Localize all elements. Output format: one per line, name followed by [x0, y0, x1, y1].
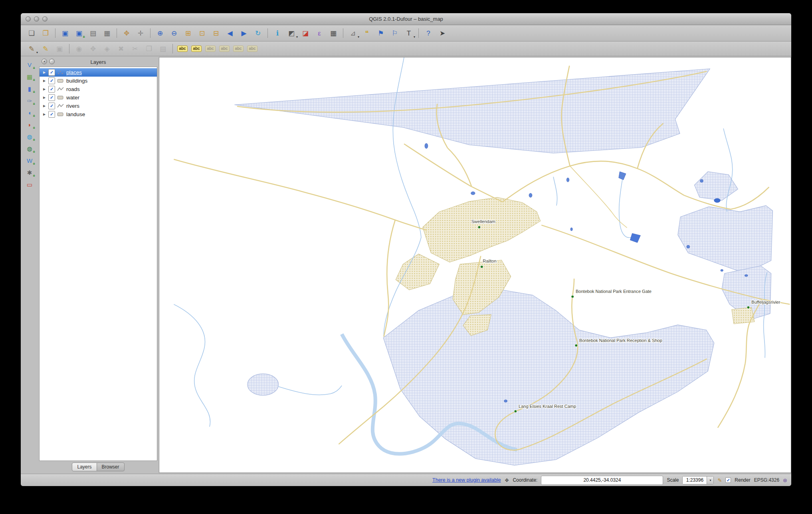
layer-item-landuse[interactable]: ▶✓landuse [40, 110, 157, 119]
node-tool-button[interactable]: ◈ [100, 43, 114, 55]
layer-checkbox[interactable]: ✓ [48, 94, 55, 101]
save-project-as-button[interactable]: ▣+ [72, 27, 86, 39]
current-edits-button[interactable]: ✎▾ [25, 43, 38, 55]
scale-input[interactable] [683, 476, 707, 484]
layer-checkbox[interactable]: ✓ [48, 69, 55, 76]
save-project-button[interactable]: ▣ [58, 27, 72, 39]
zoom-to-selection-button[interactable]: ⊡ [195, 27, 209, 39]
move-feature-button[interactable]: ✥ [86, 43, 100, 55]
text-annotation-button[interactable]: T▾ [402, 27, 416, 39]
toggle-editing-button[interactable]: ✎ [39, 43, 52, 55]
dropdown-caret-icon[interactable]: ▾ [296, 35, 298, 39]
attribute-table-button[interactable]: ▦ [327, 27, 340, 39]
add-wms-layer-button[interactable]: ◍+ [23, 131, 36, 142]
show-bookmarks-button[interactable]: ⚐ [388, 27, 402, 39]
map-tips-button[interactable]: ❝ [360, 27, 374, 39]
minimize-window-button[interactable] [34, 16, 39, 22]
delete-selected-button[interactable]: ✖ [114, 43, 128, 55]
layer-checkbox[interactable]: ✓ [48, 103, 55, 109]
delete-selected-icon: ✖ [118, 45, 124, 52]
composer-manager-button[interactable]: ▦ [100, 27, 114, 39]
add-oracle-layer-button[interactable]: ◗+ [23, 119, 36, 130]
expand-caret-icon[interactable]: ▶ [42, 96, 46, 99]
panel-tab-layers[interactable]: Layers [72, 463, 97, 471]
add-wcs-layer-button[interactable]: ◍+ [23, 143, 36, 154]
crs-status-icon[interactable]: ⊛ [783, 477, 787, 483]
label-show-hide-button[interactable]: abc [204, 43, 217, 55]
layer-item-roads[interactable]: ▶✓roads [40, 85, 157, 93]
label-pin-button[interactable]: abc [190, 43, 203, 55]
close-window-button[interactable] [26, 16, 31, 22]
label-move-button[interactable]: abc [218, 43, 231, 55]
touch-zoom-button[interactable]: ✛ [134, 27, 147, 39]
field-calculator-button[interactable]: ε [313, 27, 326, 39]
add-mssql-layer-button[interactable]: ◖+ [23, 107, 36, 118]
dropdown-caret-icon[interactable]: ▾ [414, 35, 415, 39]
scale-combo-caret-icon[interactable]: ▾ [707, 476, 713, 484]
add-wfs-layer-button[interactable]: W+ [23, 155, 36, 166]
expand-caret-icon[interactable]: ▶ [42, 79, 46, 83]
plugin-available-link[interactable]: There is a new plugin available [432, 477, 501, 483]
close-panel-button[interactable]: ✕ [42, 59, 47, 64]
layer-item-buildings[interactable]: ▶✓buildings [40, 77, 157, 85]
help-button[interactable]: ? [422, 27, 435, 39]
coordinate-input[interactable] [541, 476, 663, 485]
select-features-button[interactable]: ◩▾ [285, 27, 298, 39]
copy-features-button[interactable]: ❐ [142, 43, 156, 55]
pan-map-button[interactable]: ✥ [120, 27, 133, 39]
add-raster-layer-button[interactable]: ▦+ [23, 71, 36, 82]
new-project-button[interactable]: ❏ [25, 27, 38, 39]
zoom-window-button[interactable] [42, 16, 48, 22]
draw-icon[interactable]: ✎ [717, 477, 722, 483]
refresh-map-button[interactable]: ↻ [251, 27, 265, 39]
deselect-features-button[interactable]: ◪ [299, 27, 312, 39]
zoom-in-button[interactable]: ⊕ [153, 27, 167, 39]
save-layer-edits-button[interactable]: ▣ [53, 43, 66, 55]
dropdown-caret-icon[interactable]: ▾ [358, 35, 359, 39]
open-project-button[interactable]: ❐ [39, 27, 52, 39]
remove-layer-button[interactable]: ▭ [23, 179, 36, 190]
render-checkbox[interactable]: ✓ [725, 477, 731, 483]
layer-line-icon [57, 87, 64, 92]
zoom-to-layer-button[interactable]: ⊟ [209, 27, 223, 39]
layer-label: water [66, 95, 79, 101]
expand-caret-icon[interactable]: ▶ [42, 71, 46, 74]
add-spatialite-layer-button[interactable]: ✑+ [23, 95, 36, 106]
new-bookmark-button[interactable]: ⚑ [374, 27, 388, 39]
layer-checkbox[interactable]: ✓ [48, 111, 55, 118]
new-shapefile-layer-button[interactable]: ✱+ [23, 167, 36, 178]
label-rotate-button[interactable]: abc [232, 43, 245, 55]
map-tips-icon: ❝ [365, 30, 368, 37]
label-settings-button[interactable]: abc [176, 43, 189, 55]
layer-checkbox[interactable]: ✓ [48, 77, 55, 84]
expand-caret-icon[interactable]: ▶ [42, 113, 46, 116]
new-composer-button[interactable]: ▤ [86, 27, 100, 39]
dropdown-caret-icon[interactable]: ▾ [36, 51, 38, 54]
measure-button[interactable]: ⊿▾ [346, 27, 360, 39]
label-move-icon: abc [219, 45, 229, 52]
expand-caret-icon[interactable]: ▶ [42, 87, 46, 91]
zoom-next-button[interactable]: ▶ [237, 27, 251, 39]
zoom-last-button[interactable]: ◀ [223, 27, 237, 39]
layer-item-places[interactable]: ▶✓places [40, 68, 157, 77]
float-panel-button[interactable]: ◦ [49, 59, 55, 64]
map-canvas[interactable]: SwellendamRailtonBontebok National Park … [159, 57, 791, 473]
add-postgis-layer-button[interactable]: ▮+ [23, 83, 36, 94]
identify-button[interactable]: ℹ [271, 27, 284, 39]
expand-caret-icon[interactable]: ▶ [42, 104, 46, 108]
layer-item-rivers[interactable]: ▶✓rivers [40, 102, 157, 110]
paste-features-button[interactable]: ▤ [156, 43, 170, 55]
status-bar: There is a new plugin available ❖ Coordi… [21, 474, 791, 486]
panel-tab-browser[interactable]: Browser [97, 463, 125, 471]
layer-item-water[interactable]: ▶✓water [40, 93, 157, 102]
label-properties-button[interactable]: abc [246, 43, 259, 55]
whats-this-button[interactable]: ➤ [436, 27, 449, 39]
add-feature-button[interactable]: ◉ [72, 43, 86, 55]
zoom-full-button[interactable]: ⊞ [181, 27, 195, 39]
add-vector-layer-button[interactable]: V+ [23, 59, 36, 70]
zoom-out-button[interactable]: ⊖ [167, 27, 181, 39]
plugin-icon[interactable]: ❖ [505, 477, 509, 483]
layer-checkbox[interactable]: ✓ [48, 86, 55, 93]
cut-features-button[interactable]: ✂ [128, 43, 142, 55]
layer-label: landuse [66, 111, 85, 117]
